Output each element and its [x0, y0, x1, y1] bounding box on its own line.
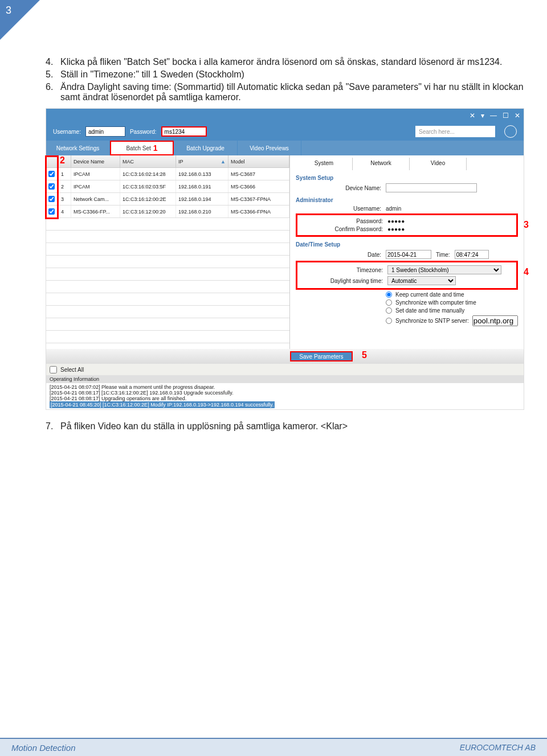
- empty-row: [46, 331, 289, 343]
- content-area: 4. Klicka på fliken "Batch Set" bocka i …: [0, 0, 547, 432]
- empty-row: [46, 256, 289, 268]
- radio-manual[interactable]: Set date and time manually: [386, 307, 518, 314]
- settings-panel: System Network Video System Setup Device…: [290, 155, 524, 349]
- tab-batch-upgrade[interactable]: Batch Upgrade: [174, 141, 238, 155]
- table-row[interactable]: 1IPCAM1C:C3:16:02:14:28192.168.0.133MS-C…: [46, 168, 289, 180]
- log-line: [2015-04-21 08:07:02] Please wait a mome…: [50, 384, 520, 390]
- instruction-item: 5. Ställ in "Timezone:" till 1 Sweden (S…: [46, 69, 524, 80]
- empty-row: [46, 293, 289, 306]
- instruction-item: 6. Ändra Daylight saving time: (Sommarti…: [46, 82, 524, 102]
- admin-username-label: Username:: [296, 206, 381, 212]
- row-model: MS-C3687: [228, 168, 289, 180]
- date-row: Date:Time:: [296, 250, 518, 259]
- app-screenshot: ✕ ▾ — ☐ ✕ Username: Password: Search her…: [46, 108, 524, 410]
- tab-video-previews[interactable]: Video Previews: [238, 141, 301, 155]
- marker-5: 5: [362, 350, 367, 360]
- tab-batch-set[interactable]: Batch Set1: [110, 141, 174, 155]
- select-all-checkbox[interactable]: [50, 366, 57, 373]
- footer-right: EUROCOMTECH AB: [460, 743, 536, 752]
- window-titlebar: ✕ ▾ — ☐ ✕: [46, 109, 524, 122]
- time-input[interactable]: [455, 250, 489, 259]
- close-icon[interactable]: ✕: [515, 112, 520, 120]
- highlight-box-2: [45, 155, 59, 219]
- list-text: Klicka på fliken "Batch Set" bocka i all…: [60, 57, 524, 67]
- row-mac: 1C:C3:16:02:03:5F: [120, 180, 176, 192]
- select-all-row: Select All: [46, 364, 524, 375]
- section-administrator: Administrator: [296, 197, 518, 203]
- save-parameters-button[interactable]: Save Parameters: [290, 351, 353, 361]
- instruction-item: 7. På fliken Video kan du ställa in uppl…: [46, 421, 524, 432]
- password-input[interactable]: [161, 126, 207, 137]
- table-header: Device Name MAC IP ▲ Model: [46, 155, 289, 168]
- th-ip: IP ▲: [176, 155, 228, 167]
- empty-row: [46, 218, 289, 231]
- confirm-password-value[interactable]: ●●●●●: [387, 226, 479, 232]
- log-line-highlighted: [2015-04-21 08:45:20] [1C:C3:16:12:00:2E…: [50, 401, 275, 408]
- row-num: 2: [59, 180, 71, 192]
- th-mac: MAC: [120, 155, 176, 167]
- list-number: 7.: [46, 421, 60, 432]
- search-placeholder: Search here...: [419, 129, 455, 135]
- search-icon[interactable]: [504, 125, 517, 138]
- username-input[interactable]: [85, 126, 125, 137]
- down-icon[interactable]: ▾: [481, 112, 484, 120]
- empty-row: [46, 268, 289, 281]
- rtab-system[interactable]: System: [296, 158, 353, 170]
- save-bar: Save Parameters 5: [46, 349, 524, 364]
- sntp-input[interactable]: [472, 315, 518, 326]
- timezone-label: Timezone:: [297, 267, 383, 273]
- admin-password-label: Password:: [297, 218, 383, 224]
- section-system-setup: System Setup: [296, 175, 518, 181]
- tab-bar: Network Settings Batch Set1 Batch Upgrad…: [46, 141, 524, 155]
- list-text: Ändra Daylight saving time: (Sommartid) …: [60, 82, 524, 102]
- table-row[interactable]: 3Network Cam...1C:C3:16:12:00:2E192.168.…: [46, 193, 289, 206]
- row-num: 4: [59, 206, 71, 217]
- page-footer: Motion Detection EUROCOMTECH AB: [0, 738, 547, 756]
- empty-row: [46, 243, 289, 256]
- table-row[interactable]: 4MS-C3366-FP...1C:C3:16:12:00:20192.168.…: [46, 206, 289, 218]
- row-model: MS-C3666: [228, 180, 289, 192]
- search-box[interactable]: Search here...: [415, 126, 495, 137]
- device-name-input[interactable]: [386, 183, 477, 192]
- shuffle-icon[interactable]: ✕: [470, 112, 475, 120]
- dst-select[interactable]: Automatic: [387, 276, 456, 285]
- list-number: 6.: [46, 82, 60, 102]
- page-number-corner: 3: [0, 0, 40, 57]
- row-mac: 1C:C3:16:02:14:28: [120, 168, 176, 180]
- timezone-row: Timezone:1 Sweden (Stockholm): [297, 265, 516, 274]
- row-device: MS-C3366-FP...: [71, 206, 120, 217]
- row-model: MS-C3366-FPNA: [228, 206, 289, 217]
- rtab-video[interactable]: Video: [410, 158, 467, 170]
- marker-2: 2: [60, 155, 65, 166]
- password-label: Password:: [130, 129, 157, 135]
- dst-row: Daylight saving time:Automatic: [297, 276, 516, 285]
- date-input[interactable]: [386, 250, 431, 259]
- settings-tabs: System Network Video: [296, 158, 518, 170]
- time-label: Time:: [436, 252, 450, 258]
- admin-username-row: Username:admin: [296, 206, 518, 212]
- tab-network-settings[interactable]: Network Settings: [46, 141, 110, 155]
- empty-row: [46, 306, 289, 318]
- section-datetime: Date/Time Setup: [296, 241, 518, 248]
- radio-sync-computer[interactable]: Synchronize with computer time: [386, 299, 518, 306]
- admin-username-value: admin: [386, 206, 477, 212]
- timezone-select[interactable]: 1 Sweden (Stockholm): [387, 265, 501, 274]
- date-label: Date:: [296, 252, 381, 258]
- credential-bar: Username: Password: Search here...: [46, 122, 524, 141]
- rtab-network[interactable]: Network: [353, 158, 410, 170]
- footer-left: Motion Detection: [11, 743, 76, 753]
- app-body: Device Name MAC IP ▲ Model 2 1IPCAM1C:C3…: [46, 155, 524, 349]
- radio-keep-current[interactable]: Keep current date and time: [386, 291, 518, 298]
- confirm-password-label: Confirm Password:: [297, 226, 383, 232]
- admin-password-value[interactable]: ●●●●●: [387, 218, 479, 224]
- minimize-icon[interactable]: —: [490, 112, 497, 120]
- log-line: [2015-04-21 08:08:17] [1C:C3:16:12:00:2E…: [50, 390, 520, 396]
- username-label: Username:: [53, 129, 81, 135]
- radio-sntp[interactable]: Synchronize to SNTP server:: [386, 315, 518, 326]
- maximize-icon[interactable]: ☐: [503, 112, 509, 120]
- marker-1: 1: [153, 143, 158, 153]
- row-device: IPCAM: [71, 180, 120, 192]
- table-row[interactable]: 2IPCAM1C:C3:16:02:03:5F192.168.0.191MS-C…: [46, 180, 289, 193]
- row-mac: 1C:C3:16:12:00:20: [120, 206, 176, 217]
- admin-password-row: Password:●●●●●: [297, 218, 516, 224]
